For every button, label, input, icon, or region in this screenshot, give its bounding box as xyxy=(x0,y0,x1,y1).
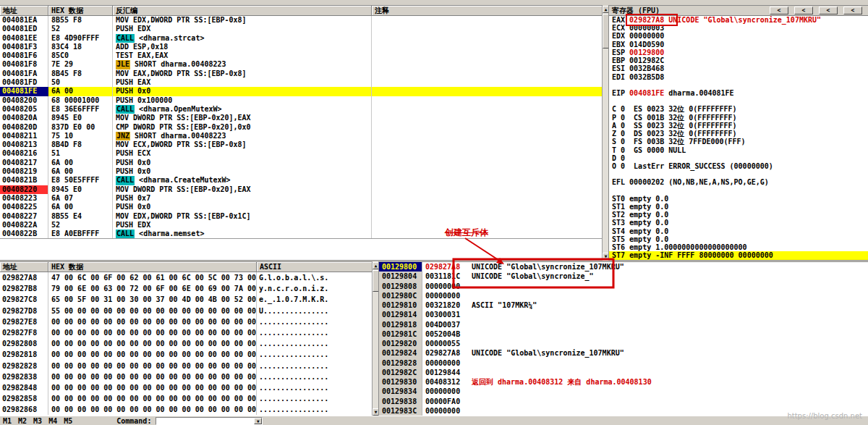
register-line[interactable]: ST4 empty 0.0 xyxy=(609,227,868,235)
disasm-row[interactable]: 004081ED52PUSH EDX xyxy=(0,25,602,33)
registers-view-chevron-button[interactable]: < xyxy=(770,7,788,14)
scroll-down-icon[interactable]: ▼ xyxy=(373,408,379,416)
disasm-row[interactable]: 004081F383C4 18ADD ESP,0x18 xyxy=(0,43,602,51)
tab-m5[interactable]: M5 xyxy=(64,417,72,425)
col-header-comment[interactable]: 注释 xyxy=(372,6,602,15)
command-input[interactable]: ▼ xyxy=(156,417,263,425)
command-dropdown-arrow-icon[interactable]: ▼ xyxy=(254,418,262,424)
dump-row[interactable]: 029827E800 00 00 00 00 00 00 00 00 00 00… xyxy=(0,316,372,327)
disasm-row[interactable]: 004082208945 E0MOV DWORD PTR SS:[EBP-0x2… xyxy=(0,185,602,194)
disasm-row[interactable]: 0040821BE8 50E5FFFFCALL <dharma.CreateMu… xyxy=(0,176,602,185)
dump-row[interactable]: 0298280800 00 00 00 00 00 00 00 00 00 00… xyxy=(0,338,372,349)
tab-m3[interactable]: M3 xyxy=(33,417,42,425)
register-line[interactable]: T 0 GS 0000 NULL xyxy=(609,146,868,154)
register-line[interactable]: EDI 0032B5D8 xyxy=(609,73,868,81)
register-line[interactable]: C 0 ES 0023 32位 0(FFFFFFFF) xyxy=(609,105,868,113)
disassembly-scrollbar[interactable]: ▲ ▼ xyxy=(602,6,609,260)
registers-view-chevron-button[interactable]: < xyxy=(819,7,838,14)
stack-row[interactable]: 0012980800000000 xyxy=(379,282,868,291)
stack-row[interactable]: 00129818004D0037 xyxy=(379,320,868,329)
dump-scroll-thumb[interactable] xyxy=(373,270,379,292)
dump-scrollbar[interactable]: ▲ ▼ xyxy=(372,262,379,416)
registers-view-chevron-button[interactable]: < xyxy=(794,7,813,14)
disasm-row[interactable]: 004082176A 00PUSH 0x0 xyxy=(0,159,602,167)
register-line[interactable]: A 0 SS 0023 32位 0(FFFFFFFF) xyxy=(609,122,868,130)
register-line[interactable] xyxy=(609,97,868,105)
disasm-row[interactable]: 004081FA8B45 F8MOV EAX,DWORD PTR SS:[EBP… xyxy=(0,70,602,78)
register-line[interactable]: ST3 empty 0.0 xyxy=(609,219,868,227)
dump-row[interactable]: 029827B879 00 6E 00 63 00 72 00 6F 00 6E… xyxy=(0,283,372,294)
stack-row[interactable]: 00129800029827A8UNICODE "Global\syncroni… xyxy=(379,262,868,272)
register-line[interactable]: D 0 xyxy=(609,154,868,162)
stack-row[interactable]: 0012982C00129844 xyxy=(379,368,868,377)
stack-row[interactable]: 0012983000408312返回到 dharma.00408312 来自 d… xyxy=(379,377,868,387)
disasm-row[interactable]: 00408205E8 36E6FFFFCALL <dharma.OpenMute… xyxy=(0,105,602,114)
dump-row[interactable]: 029827F800 00 00 00 00 00 00 00 00 00 00… xyxy=(0,327,372,338)
tab-m2[interactable]: M2 xyxy=(18,417,27,425)
dump-col-header-ascii[interactable]: ASCII xyxy=(257,262,372,272)
register-line[interactable]: ST2 empty 0.0 xyxy=(609,211,868,219)
stack-row[interactable]: 00129824029827A8UNICODE "Global\syncroni… xyxy=(379,348,868,358)
disasm-row[interactable]: 0040822BE8 A0EBFFFFCALL <dharma.memset> xyxy=(0,230,602,238)
register-line[interactable]: ST6 empty 1.0000000000000000000 xyxy=(609,243,868,251)
registers-view-chevron-button[interactable]: < xyxy=(843,7,862,14)
disasm-row[interactable]: 004081F87E 29JLE SHORT dharma.00408223 xyxy=(0,60,602,69)
disasm-row[interactable]: 004081FD50PUSH EAX xyxy=(0,78,602,87)
register-line[interactable]: EFL 00000202 (NO,NB,NE,A,NS,PO,GE,G) xyxy=(609,178,868,186)
register-line[interactable]: ST1 empty 0.0 xyxy=(609,203,868,211)
dump-row[interactable]: 0298284800 00 00 00 00 00 00 00 00 00 00… xyxy=(0,382,372,393)
disasm-row[interactable]: 004082196A 00PUSH 0x0 xyxy=(0,167,602,176)
register-line[interactable]: S 0 FS 003B 32位 7FFDE000(FFF) xyxy=(609,138,868,146)
dump-row[interactable]: 0298285800 00 00 00 00 00 00 00 00 00 00… xyxy=(0,393,372,404)
stack-row[interactable]: 0012980C00000000 xyxy=(379,291,868,300)
stack-row[interactable]: 0012981C0052004B xyxy=(379,329,868,339)
dump-row[interactable]: 0298286800 00 00 00 00 00 00 00 00 00 00… xyxy=(0,404,372,415)
disasm-row[interactable]: 004082236A 07PUSH 0x7 xyxy=(0,194,602,203)
disasm-row[interactable]: 004081F685C0TEST EAX,EAX xyxy=(0,51,602,60)
col-header-disassembly[interactable]: 反汇编 xyxy=(113,6,372,15)
disasm-row[interactable]: 0040821651PUSH ECX xyxy=(0,149,602,158)
dump-row[interactable]: 0298281800 00 00 00 00 00 00 00 00 00 00… xyxy=(0,349,372,360)
stack-row[interactable]: 0012983800000FA0 xyxy=(379,397,868,406)
disasm-row[interactable]: 0040821175 10JNZ SHORT dharma.00408223 xyxy=(0,132,602,140)
register-line[interactable] xyxy=(609,187,868,195)
stack-row[interactable]: 001298040031181CUNICODE "Global\syncroni… xyxy=(379,272,868,281)
register-line[interactable]: EDX 00000000 xyxy=(609,32,868,40)
register-line[interactable]: ST5 empty 0.0 xyxy=(609,235,868,243)
dump-row[interactable]: 029827C865 00 5F 00 31 00 30 00 37 00 4D… xyxy=(0,294,372,305)
register-line[interactable]: Z 0 DS 0023 32位 0(FFFFFFFF) xyxy=(609,130,868,138)
dump-row[interactable]: 029827A847 00 6C 00 6F 00 62 00 61 00 6C… xyxy=(0,272,372,283)
dump-row[interactable]: 029827D855 00 00 00 00 00 00 00 00 00 00… xyxy=(0,306,372,316)
disasm-row[interactable]: 004081FE6A 00PUSH 0x0 xyxy=(0,87,602,96)
disasm-row[interactable]: 004081EEE8 4D90FFFFCALL <dharma.strcat> xyxy=(0,34,602,43)
register-line[interactable]: ECX 00000003 xyxy=(609,24,868,32)
scroll-track[interactable] xyxy=(373,292,379,408)
register-line[interactable]: O 0 LastErr ERROR_SUCCESS (00000000) xyxy=(609,162,868,170)
stack-row[interactable]: 0012981400300031 xyxy=(379,310,868,319)
scroll-up-icon[interactable]: ▲ xyxy=(603,6,609,13)
register-line[interactable]: ESI 0032B468 xyxy=(609,64,868,72)
dump-col-header-address[interactable]: 地址 xyxy=(0,262,48,272)
dump-row[interactable]: 0298283800 00 00 00 00 00 00 00 00 00 00… xyxy=(0,371,372,382)
disasm-row[interactable]: 0040820A8945 E0MOV DWORD PTR SS:[EBP-0x2… xyxy=(0,114,602,122)
disasm-row[interactable]: 004081EA8B55 F8MOV EDX,DWORD PTR SS:[EBP… xyxy=(0,16,602,25)
register-line[interactable] xyxy=(609,81,868,89)
register-line[interactable]: EIP 004081FE dharma.004081FE xyxy=(609,89,868,97)
register-line[interactable]: ST0 empty 0.0 xyxy=(609,195,868,203)
stack-row[interactable]: 0012983400000000 xyxy=(379,387,868,396)
tab-m4[interactable]: M4 xyxy=(48,417,57,425)
disasm-row[interactable]: 0040822A52PUSH EDX xyxy=(0,221,602,230)
disasm-row[interactable]: 0040820D837D E0 00CMP DWORD PTR SS:[EBP-… xyxy=(0,123,602,132)
scroll-down-icon[interactable]: ▼ xyxy=(603,253,609,260)
register-line[interactable]: EBP 0012982C xyxy=(609,56,868,64)
register-line[interactable]: ST7 empty -INF FFFF 80000000 00000000 xyxy=(609,251,868,259)
stack-row[interactable]: 0012982000000055 xyxy=(379,339,868,348)
scroll-track[interactable] xyxy=(603,49,609,253)
register-line[interactable]: EBX 014D0590 xyxy=(609,41,868,49)
dump-col-header-hex[interactable]: HEX 数据 xyxy=(48,262,257,272)
disassembly-scroll-thumb[interactable] xyxy=(603,14,609,49)
col-header-address[interactable]: 地址 xyxy=(0,6,48,15)
disasm-row[interactable]: 004082138B4D F8MOV ECX,DWORD PTR SS:[EBP… xyxy=(0,140,602,149)
col-header-hex[interactable]: HEX 数据 xyxy=(48,6,113,15)
tab-m1[interactable]: M1 xyxy=(3,417,12,425)
